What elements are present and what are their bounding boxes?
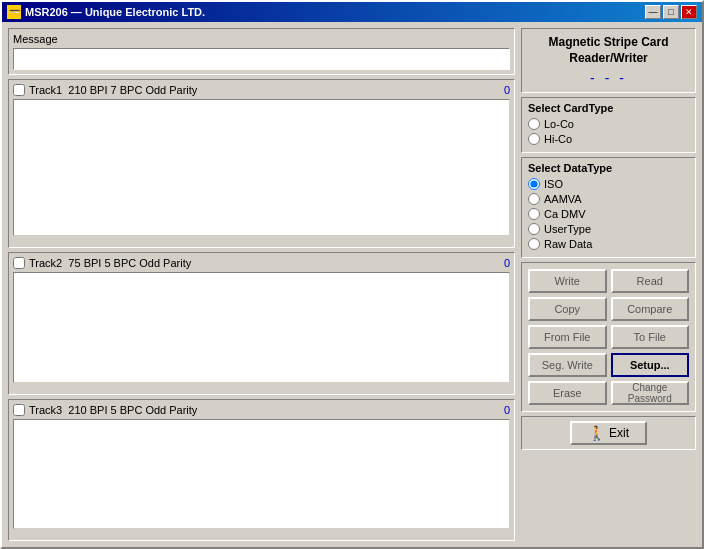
radio-aamva-input[interactable] (528, 193, 540, 205)
radio-hico: Hi-Co (528, 133, 689, 145)
track2-group: Track2 75 BPI 5 BPC Odd Parity 0 (8, 252, 515, 395)
window-content: Message Track1 210 BPI 7 BPC Odd Parity … (2, 22, 702, 547)
compare-button[interactable]: Compare (611, 297, 690, 321)
card-type-group: Select CardType Lo-Co Hi-Co (521, 97, 696, 153)
to-file-button[interactable]: To File (611, 325, 690, 349)
track1-header-left: Track1 210 BPI 7 BPC Odd Parity (13, 84, 197, 96)
title-bar: 💳 MSR206 — Unique Electronic LTD. — □ ✕ (2, 2, 702, 22)
window-title: MSR206 — Unique Electronic LTD. (25, 6, 205, 18)
track3-count: 0 (504, 404, 510, 416)
reader-title: Magnetic Stripe Card Reader/Writer (528, 35, 689, 66)
track1-textarea[interactable] (13, 99, 510, 236)
radio-aamva: AAMVA (528, 193, 689, 205)
title-bar-left: 💳 MSR206 — Unique Electronic LTD. (7, 5, 205, 19)
track2-checkbox[interactable] (13, 257, 25, 269)
radio-cadmv-input[interactable] (528, 208, 540, 220)
radio-cadmv: Ca DMV (528, 208, 689, 220)
radio-usertype: UserType (528, 223, 689, 235)
reader-info: Magnetic Stripe Card Reader/Writer - - - (521, 28, 696, 93)
message-label: Message (13, 33, 510, 45)
data-type-group: Select DataType ISO AAMVA Ca DMV UserTyp… (521, 157, 696, 258)
buttons-panel: Write Read Copy Compare From File To Fil… (521, 262, 696, 412)
maximize-button[interactable]: □ (663, 5, 679, 19)
radio-iso-label[interactable]: ISO (544, 178, 563, 190)
exit-button[interactable]: 🚶 Exit (570, 421, 647, 445)
seg-write-button[interactable]: Seg. Write (528, 353, 607, 377)
card-type-label: Select CardType (528, 102, 689, 114)
message-input[interactable] (13, 48, 510, 70)
reader-dashes: - - - (528, 70, 689, 86)
track1-count: 0 (504, 84, 510, 96)
radio-cadmv-label[interactable]: Ca DMV (544, 208, 586, 220)
setup-button[interactable]: Setup... (611, 353, 690, 377)
track2-label: Track2 75 BPI 5 BPC Odd Parity (29, 257, 191, 269)
radio-loco-input[interactable] (528, 118, 540, 130)
change-password-button[interactable]: Change Password (611, 381, 690, 405)
title-buttons: — □ ✕ (645, 5, 697, 19)
radio-rawdata: Raw Data (528, 238, 689, 250)
erase-button[interactable]: Erase (528, 381, 607, 405)
data-type-label: Select DataType (528, 162, 689, 174)
app-icon: 💳 (7, 5, 21, 19)
exit-bar: 🚶 Exit (521, 416, 696, 450)
left-panel: Message Track1 210 BPI 7 BPC Odd Parity … (8, 28, 515, 541)
track3-header: Track3 210 BPI 5 BPC Odd Parity 0 (13, 404, 510, 416)
track1-label: Track1 210 BPI 7 BPC Odd Parity (29, 84, 197, 96)
radio-loco: Lo-Co (528, 118, 689, 130)
track1-checkbox[interactable] (13, 84, 25, 96)
exit-icon: 🚶 (588, 425, 605, 441)
track2-count: 0 (504, 257, 510, 269)
track2-header: Track2 75 BPI 5 BPC Odd Parity 0 (13, 257, 510, 269)
message-group: Message (8, 28, 515, 75)
radio-iso: ISO (528, 178, 689, 190)
radio-usertype-input[interactable] (528, 223, 540, 235)
track3-header-left: Track3 210 BPI 5 BPC Odd Parity (13, 404, 197, 416)
radio-usertype-label[interactable]: UserType (544, 223, 591, 235)
right-panel: Magnetic Stripe Card Reader/Writer - - -… (521, 28, 696, 541)
main-window: 💳 MSR206 — Unique Electronic LTD. — □ ✕ … (0, 0, 704, 549)
radio-iso-input[interactable] (528, 178, 540, 190)
track3-textarea[interactable] (13, 419, 510, 530)
read-button[interactable]: Read (611, 269, 690, 293)
write-button[interactable]: Write (528, 269, 607, 293)
minimize-button[interactable]: — (645, 5, 661, 19)
track2-textarea[interactable] (13, 272, 510, 383)
close-button[interactable]: ✕ (681, 5, 697, 19)
radio-rawdata-label[interactable]: Raw Data (544, 238, 592, 250)
track2-header-left: Track2 75 BPI 5 BPC Odd Parity (13, 257, 191, 269)
track1-header: Track1 210 BPI 7 BPC Odd Parity 0 (13, 84, 510, 96)
copy-button[interactable]: Copy (528, 297, 607, 321)
track1-group: Track1 210 BPI 7 BPC Odd Parity 0 (8, 79, 515, 248)
track3-group: Track3 210 BPI 5 BPC Odd Parity 0 (8, 399, 515, 542)
radio-loco-label[interactable]: Lo-Co (544, 118, 574, 130)
radio-hico-input[interactable] (528, 133, 540, 145)
exit-label: Exit (609, 426, 629, 440)
track3-checkbox[interactable] (13, 404, 25, 416)
radio-aamva-label[interactable]: AAMVA (544, 193, 582, 205)
from-file-button[interactable]: From File (528, 325, 607, 349)
track3-label: Track3 210 BPI 5 BPC Odd Parity (29, 404, 197, 416)
radio-rawdata-input[interactable] (528, 238, 540, 250)
radio-hico-label[interactable]: Hi-Co (544, 133, 572, 145)
